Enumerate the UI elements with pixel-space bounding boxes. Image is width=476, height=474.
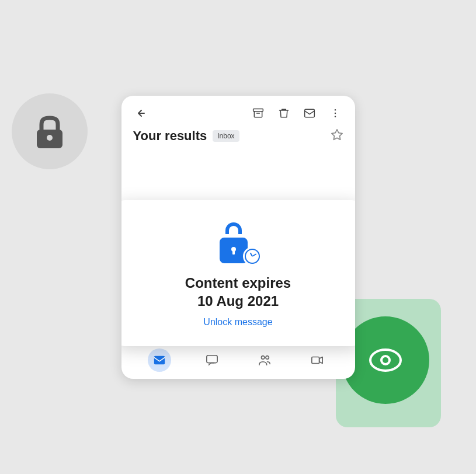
more-button[interactable] bbox=[327, 105, 343, 121]
clock-badge bbox=[243, 247, 262, 266]
unlock-message-link[interactable]: Unlock message bbox=[203, 317, 272, 327]
inbox-badge: Inbox bbox=[213, 130, 239, 142]
svg-rect-13 bbox=[206, 355, 217, 363]
lock-clock-icon bbox=[217, 221, 259, 263]
svg-rect-5 bbox=[253, 109, 263, 111]
eye-bg-icon bbox=[369, 348, 402, 372]
star-icon[interactable] bbox=[331, 128, 343, 144]
nav-spaces-button[interactable] bbox=[253, 348, 276, 372]
svg-point-7 bbox=[334, 109, 336, 110]
expiry-title: Content expires 10 Aug 2021 bbox=[133, 274, 343, 310]
svg-point-9 bbox=[334, 116, 336, 117]
svg-point-14 bbox=[261, 356, 265, 359]
bottom-nav bbox=[121, 341, 355, 379]
nav-mail-button[interactable] bbox=[148, 348, 171, 372]
svg-rect-16 bbox=[311, 357, 319, 363]
delete-button[interactable] bbox=[276, 105, 292, 121]
email-title: Your results bbox=[133, 128, 207, 144]
expiry-icon-wrap bbox=[133, 221, 343, 263]
email-button[interactable] bbox=[301, 105, 318, 121]
svg-rect-6 bbox=[304, 109, 314, 117]
svg-point-8 bbox=[334, 112, 336, 114]
mail-nav-icon bbox=[153, 354, 166, 367]
expiry-popup-wrapper: Content expires 10 Aug 2021 Unlock messa… bbox=[121, 154, 355, 341]
svg-point-1 bbox=[47, 135, 53, 141]
archive-button[interactable] bbox=[250, 105, 266, 121]
back-button[interactable] bbox=[133, 105, 150, 121]
svg-point-15 bbox=[265, 356, 269, 359]
bg-lock-circle bbox=[12, 93, 88, 169]
svg-rect-11 bbox=[232, 250, 235, 255]
svg-point-4 bbox=[383, 357, 388, 363]
svg-rect-12 bbox=[154, 356, 164, 364]
nav-meet-button[interactable] bbox=[305, 348, 329, 372]
spaces-nav-icon bbox=[258, 354, 271, 367]
bg-green-circle bbox=[342, 316, 429, 404]
email-card: Your results Inbox bbox=[121, 96, 355, 379]
clock-minute-hand bbox=[252, 253, 256, 257]
email-header bbox=[121, 96, 355, 126]
expiry-popup: Content expires 10 Aug 2021 Unlock messa… bbox=[121, 200, 355, 346]
lock-shackle bbox=[225, 222, 242, 234]
meet-nav-icon bbox=[311, 354, 324, 367]
header-icons bbox=[250, 105, 343, 121]
lock-bg-icon bbox=[34, 114, 65, 148]
clock-face bbox=[246, 250, 259, 263]
email-title-row: Your results Inbox bbox=[121, 126, 355, 154]
chat-nav-icon bbox=[206, 354, 218, 367]
nav-chat-button[interactable] bbox=[200, 348, 224, 372]
main-wrapper: Your results Inbox bbox=[0, 0, 476, 474]
